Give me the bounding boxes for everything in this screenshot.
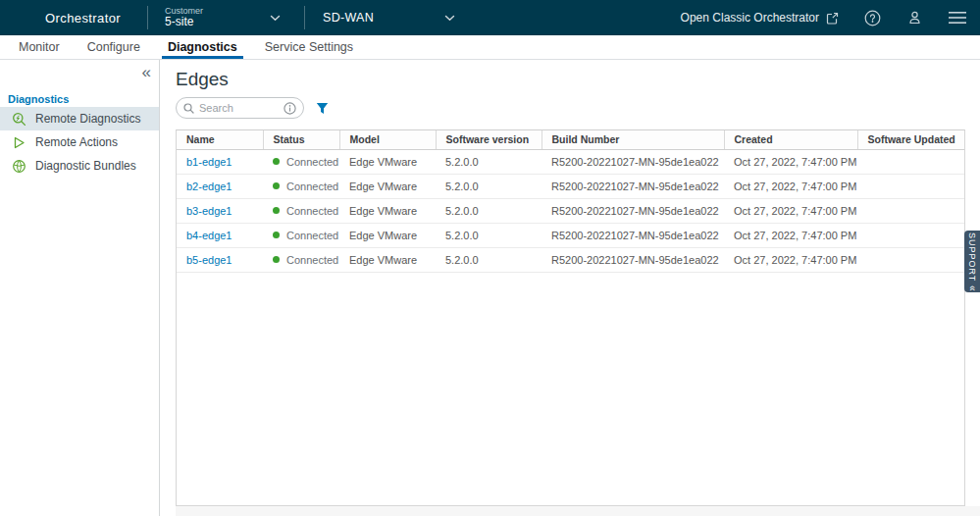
edge-link[interactable]: b3-edge1 <box>186 205 232 217</box>
sidebar-item-label: Remote Actions <box>35 135 118 149</box>
customer-value: 5-site <box>165 16 203 29</box>
edge-link[interactable]: b4-edge1 <box>186 230 232 241</box>
edge-software-version-cell: 5.2.0.0 <box>436 198 542 223</box>
status-dot-icon <box>273 207 280 214</box>
sidebar-item-label: Remote Diagnostics <box>35 112 140 126</box>
edge-link[interactable]: b1-edge1 <box>186 156 232 168</box>
column-header-name[interactable]: Name <box>177 130 263 149</box>
status-dot-icon <box>273 182 280 189</box>
open-classic-orchestrator-link[interactable]: Open Classic Orchestrator <box>681 11 839 25</box>
status-text: Connected <box>286 230 338 241</box>
sidebar-item-remote-actions[interactable]: Remote Actions <box>0 130 159 154</box>
column-header-model[interactable]: Model <box>339 130 436 149</box>
user-icon[interactable] <box>906 10 923 26</box>
chevron-down-icon[interactable] <box>270 15 281 22</box>
filter-icon[interactable] <box>316 102 329 115</box>
edge-status-cell: Connected <box>263 174 339 198</box>
chevron-down-icon[interactable] <box>444 15 455 22</box>
app-header: Orchestrator Customer 5-site SD-WAN Open… <box>0 0 980 35</box>
edge-status-cell: Connected <box>263 247 339 272</box>
edge-software-version-cell: 5.2.0.0 <box>436 174 542 198</box>
edge-status-cell: Connected <box>263 198 339 223</box>
edge-software-updated-cell <box>857 174 964 198</box>
edge-build-number-cell: R5200-20221027-MN-95de1ea022 <box>542 223 724 247</box>
edge-link[interactable]: b2-edge1 <box>186 181 232 192</box>
edge-link[interactable]: b5-edge1 <box>186 254 232 266</box>
edge-created-cell: Oct 27, 2022, 7:47:00 PM <box>724 198 857 223</box>
edge-software-updated-cell <box>857 223 964 247</box>
edge-build-number-cell: R5200-20221027-MN-95de1ea022 <box>542 198 724 223</box>
remote-diagnostics-icon <box>12 112 26 127</box>
search-input[interactable] <box>199 102 279 114</box>
edge-model-cell: Edge VMware <box>339 223 436 247</box>
status-text: Connected <box>286 181 338 192</box>
column-header-software-updated[interactable]: Software Updated <box>857 130 964 149</box>
tab-diagnostics[interactable]: Diagnostics <box>158 35 247 59</box>
main-content: Edges <box>161 60 980 516</box>
table-row[interactable]: b1-edge1 Connected Edge VMware 5.2.0.0 R… <box>177 149 964 174</box>
edge-build-number-cell: R5200-20221027-MN-95de1ea022 <box>542 174 724 198</box>
edge-software-version-cell: 5.2.0.0 <box>436 149 542 174</box>
edge-model-cell: Edge VMware <box>339 198 436 223</box>
edge-name-cell: b1-edge1 <box>177 149 263 174</box>
edge-created-cell: Oct 27, 2022, 7:47:00 PM <box>724 247 857 272</box>
sidebar-item-diagnostic-bundles[interactable]: Diagnostic Bundles <box>0 154 159 178</box>
table-row[interactable]: b5-edge1 Connected Edge VMware 5.2.0.0 R… <box>177 247 964 272</box>
chevron-collapse-icon: « <box>967 285 978 291</box>
customer-selector[interactable]: Customer 5-site <box>165 6 203 29</box>
edge-software-updated-cell <box>857 198 964 223</box>
sidebar: « Diagnostics Remote Diagnostics Remote … <box>0 60 160 516</box>
column-header-status[interactable]: Status <box>263 130 339 149</box>
edges-table-body: b1-edge1 Connected Edge VMware 5.2.0.0 R… <box>177 149 964 272</box>
edges-table: Name Status Model Software version Build… <box>177 130 964 273</box>
support-tab[interactable]: SUPPORT « <box>964 231 980 292</box>
edge-model-cell: Edge VMware <box>339 174 436 198</box>
page-title: Edges <box>176 69 229 90</box>
sidebar-item-label: Diagnostic Bundles <box>35 159 136 173</box>
edge-name-cell: b3-edge1 <box>177 198 263 223</box>
edge-software-updated-cell <box>857 149 964 174</box>
status-text: Connected <box>286 205 338 217</box>
diagnostic-bundles-icon <box>12 159 26 174</box>
info-icon[interactable] <box>284 102 296 115</box>
status-dot-icon <box>273 232 280 238</box>
service-selector[interactable]: SD-WAN <box>323 11 374 25</box>
edge-build-number-cell: R5200-20221027-MN-95de1ea022 <box>542 149 724 174</box>
table-row[interactable]: b4-edge1 Connected Edge VMware 5.2.0.0 R… <box>177 223 964 247</box>
edge-software-updated-cell <box>857 247 964 272</box>
search-icon <box>183 103 194 114</box>
edge-model-cell: Edge VMware <box>339 247 436 272</box>
remote-actions-icon <box>12 135 26 150</box>
tab-configure[interactable]: Configure <box>77 35 150 59</box>
edge-name-cell: b4-edge1 <box>177 223 263 247</box>
edge-name-cell: b5-edge1 <box>177 247 263 272</box>
sidebar-collapse-icon[interactable]: « <box>142 64 151 80</box>
status-text: Connected <box>286 254 338 266</box>
column-header-software-version[interactable]: Software version <box>436 130 542 149</box>
edges-table-panel: Name Status Model Software version Build… <box>176 129 965 506</box>
edge-name-cell: b2-edge1 <box>177 174 263 198</box>
sidebar-section-title: Diagnostics <box>8 93 69 105</box>
external-link-icon <box>826 12 839 25</box>
edge-created-cell: Oct 27, 2022, 7:47:00 PM <box>724 174 857 198</box>
header-divider <box>304 6 305 29</box>
open-classic-label: Open Classic Orchestrator <box>681 11 819 25</box>
menu-icon[interactable] <box>949 11 966 25</box>
tab-service-settings[interactable]: Service Settings <box>255 35 363 59</box>
column-header-build-number[interactable]: Build Number <box>542 130 724 149</box>
header-divider <box>147 6 148 29</box>
table-header-row: Name Status Model Software version Build… <box>177 130 964 149</box>
column-header-created[interactable]: Created <box>724 130 857 149</box>
edge-status-cell: Connected <box>263 223 339 247</box>
tab-monitor[interactable]: Monitor <box>9 35 70 59</box>
sidebar-item-remote-diagnostics[interactable]: Remote Diagnostics <box>0 107 159 130</box>
edge-created-cell: Oct 27, 2022, 7:47:00 PM <box>724 149 857 174</box>
brand-title: Orchestrator <box>45 11 121 26</box>
table-row[interactable]: b3-edge1 Connected Edge VMware 5.2.0.0 R… <box>177 198 964 223</box>
edge-software-version-cell: 5.2.0.0 <box>436 247 542 272</box>
table-row[interactable]: b2-edge1 Connected Edge VMware 5.2.0.0 R… <box>177 174 964 198</box>
status-text: Connected <box>286 156 338 168</box>
help-icon[interactable] <box>864 10 881 26</box>
top-tabbar: Monitor Configure Diagnostics Service Se… <box>0 35 980 60</box>
status-dot-icon <box>273 256 280 263</box>
